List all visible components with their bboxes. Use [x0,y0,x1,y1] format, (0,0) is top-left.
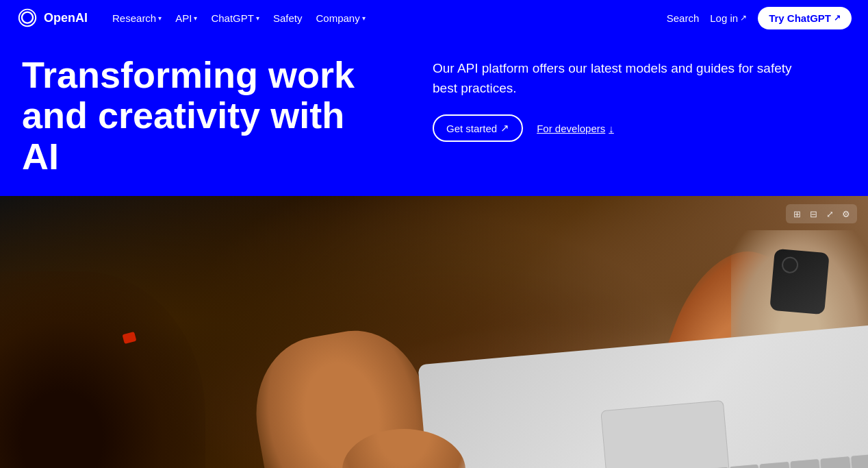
get-started-button[interactable]: Get started ↗ [433,114,523,142]
arrow-icon: ↗ [834,13,841,23]
phone-camera [781,256,799,274]
chevron-down-icon: ▾ [362,14,366,22]
for-developers-button[interactable]: For developers ↓ [537,123,614,134]
hand-left [0,271,205,468]
nav-link-safety[interactable]: Safety [268,8,308,28]
hero-description: Our API platform offers our latest model… [433,59,802,98]
hero-buttons: Get started ↗ For developers ↓ [433,114,846,142]
photo-background [0,196,868,468]
hero-image: ⊞ ⊟ ⤢ ⚙ [0,196,868,468]
arrow-down-icon: ↓ [609,123,614,134]
hero-left: Transforming work and creativity with AI [22,55,378,177]
layout-icon[interactable]: ⊟ [806,207,820,221]
nav-link-chatgpt[interactable]: ChatGPT ▾ [205,8,265,28]
hero-section: Transforming work and creativity with AI… [0,36,868,196]
nav-links: Research ▾ API ▾ ChatGPT ▾ Safety Compan… [107,8,371,28]
navbar: OpenAI Research ▾ API ▾ ChatGPT ▾ Safety… [0,0,868,36]
expand-icon[interactable]: ⤢ [823,207,837,221]
laptop-trackpad [600,400,730,468]
brand-name: OpenAI [44,11,88,25]
login-button[interactable]: Log in ↗ [710,12,747,24]
hero-right: Our API platform offers our latest model… [433,55,846,142]
chevron-down-icon: ▾ [194,14,197,22]
hero-title: Transforming work and creativity with AI [22,55,378,177]
arrow-icon: ↗ [740,13,747,23]
image-toolbar: ⊞ ⊟ ⤢ ⚙ [786,204,857,223]
arrow-icon: ↗ [500,122,509,134]
laptop [418,323,868,468]
openai-logo-icon [16,7,38,29]
nav-link-company[interactable]: Company ▾ [310,8,370,28]
grid-icon[interactable]: ⊞ [790,207,804,221]
search-button[interactable]: Search [667,12,700,24]
nav-right: Search Log in ↗ Try ChatGPT ↗ [667,7,852,29]
phone [769,249,830,315]
chevron-down-icon: ▾ [158,14,162,22]
settings-icon[interactable]: ⚙ [839,207,853,221]
try-chatgpt-button[interactable]: Try ChatGPT ↗ [758,7,852,29]
chevron-down-icon: ▾ [256,14,259,22]
nav-link-research[interactable]: Research ▾ [107,8,167,28]
logo[interactable]: OpenAI [16,7,88,29]
nav-link-api[interactable]: API ▾ [170,8,203,28]
